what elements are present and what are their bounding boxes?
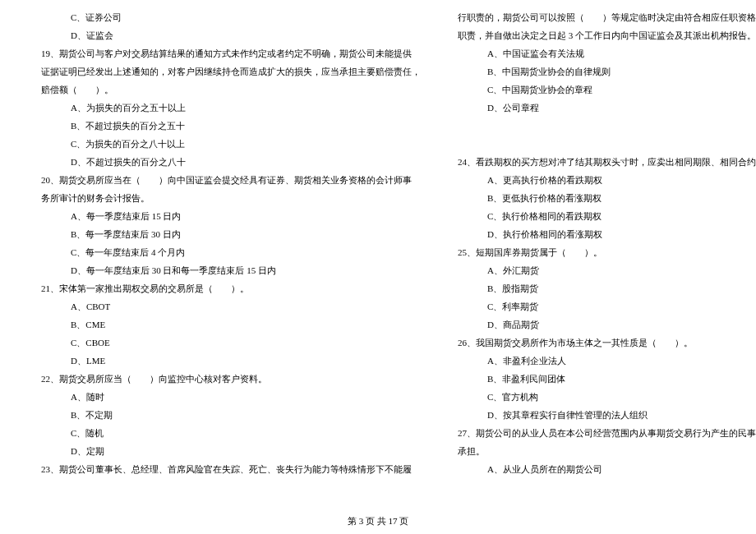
question-text: 27、期货公司的从业人员在本公司经营范围内从事期货交易行为产生的民事责任，由（ … [458,424,756,442]
question-text: 20、期货交易所应当在（ ）向中国证监会提交经具有证券、期货相关业务资格的会计师… [41,171,421,189]
answer-option: C、执行价格相同的看跌期权 [458,207,756,225]
answer-option: B、股指期货 [458,279,756,297]
question-text: 19、期货公司与客户对交易结算结果的通知方式未作约定或者约定不明确，期货公司未能… [41,44,421,62]
answer-option: B、不超过损失的百分之五十 [41,117,421,135]
question-text: 行职责的，期货公司可以按照（ ）等规定临时决定由符合相应任职资格条件的人员代为履… [458,8,756,26]
answer-option: B、非盈利民间团体 [458,370,756,388]
answer-option: D、定期 [41,442,421,460]
answer-option: C、利率期货 [458,297,756,315]
answer-option: B、中国期货业协会的自律规则 [458,62,756,81]
question-text: 22、期货交易所应当（ ）向监控中心核对客户资料。 [41,370,421,388]
answer-option: D、不超过损失的百分之八十 [41,153,421,171]
answer-option: B、不定期 [41,406,421,424]
answer-option: D、按其章程实行自律性管理的法人组织 [458,406,756,424]
answer-option: C、中国期货业协会的章程 [458,81,756,99]
question-text: 21、宋体第一家推出期权交易的交易所是（ ）。 [41,279,421,297]
answer-option: A、每一季度结束后 15 日内 [41,207,421,225]
answer-option: C、CBOE [41,334,421,352]
question-text: 务所审计的财务会计报告。 [41,189,421,207]
question-text [458,117,756,135]
question-text: 25、短期国库券期货属于（ ）。 [458,243,756,261]
answer-option: A、非盈利企业法人 [458,352,756,370]
answer-option: B、CME [41,315,421,334]
answer-option: A、中国证监会有关法规 [458,44,756,62]
question-text [458,135,756,153]
document-columns: C、证券公司D、证监会19、期货公司与客户对交易结算结果的通知方式未作约定或者约… [41,8,715,489]
answer-option: C、证券公司 [41,8,421,26]
question-text: 职责，并自做出决定之日起 3 个工作日内向中国证监会及其派出机构报告。 [458,26,756,44]
answer-option: C、官方机构 [458,388,756,406]
answer-option: A、CBOT [41,297,421,315]
answer-option: D、LME [41,352,421,370]
answer-option: A、更高执行价格的看跌期权 [458,171,756,189]
answer-option: D、商品期货 [458,315,756,334]
page-footer: 第 3 页 共 17 页 [0,515,756,527]
answer-option: D、执行价格相同的看涨期权 [458,225,756,243]
answer-option: A、随时 [41,388,421,406]
answer-option: D、每一年度结束后 30 日和每一季度结束后 15 日内 [41,261,421,279]
question-text: 23、期货公司董事长、总经理、首席风险官在失踪、死亡、丧失行为能力等特殊情形下不… [41,460,421,478]
answer-option: B、更低执行价格的看涨期权 [458,189,756,207]
answer-option: A、外汇期货 [458,261,756,279]
left-column: C、证券公司D、证监会19、期货公司与客户对交易结算结果的通知方式未作约定或者约… [41,8,421,489]
answer-option: C、为损失的百分之八十以上 [41,135,421,153]
question-text: 证据证明已经发出上述通知的，对客户因继续持仓而造成扩大的损失，应当承担主要赔偿责… [41,62,421,81]
question-text: 26、我国期货交易所作为市场主体之一其性质是（ ）。 [458,334,756,352]
question-text: 赔偿额（ ）。 [41,81,421,99]
question-text: 承担。 [458,442,756,460]
answer-option: A、从业人员所在的期货公司 [458,460,756,478]
answer-option: D、证监会 [41,26,421,44]
answer-option: D、公司章程 [458,99,756,117]
answer-option: C、随机 [41,424,421,442]
answer-option: A、为损失的百分之五十以上 [41,99,421,117]
question-text: 24、看跌期权的买方想对冲了结其期权头寸时，应卖出相同期限、相同合约月份且（ ）… [458,153,756,171]
right-column: 行职责的，期货公司可以按照（ ）等规定临时决定由符合相应任职资格条件的人员代为履… [458,8,756,489]
answer-option: B、每一季度结束后 30 日内 [41,225,421,243]
answer-option: C、每一年度结束后 4 个月内 [41,243,421,261]
